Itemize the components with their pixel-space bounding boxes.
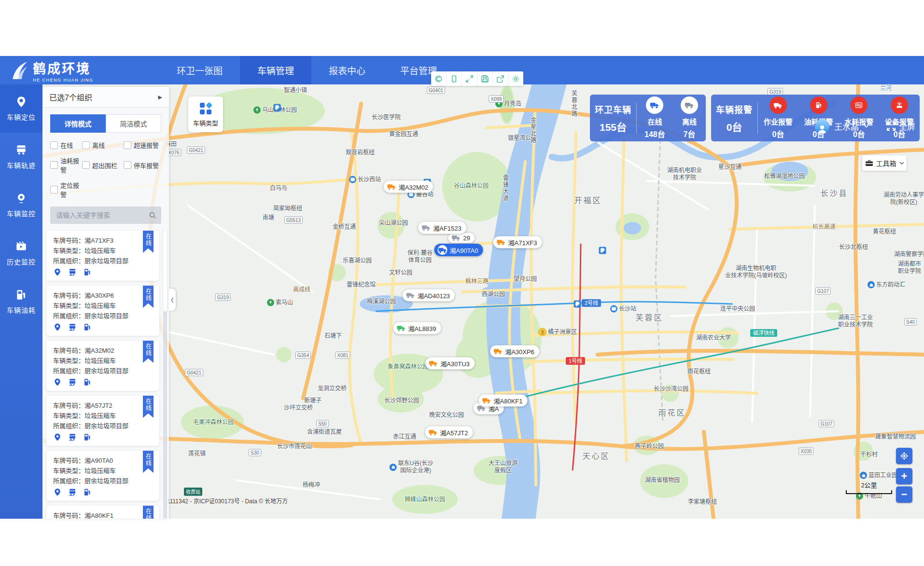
nav-item-1[interactable]: 车辆管理 — [240, 56, 311, 84]
mode-tab-1[interactable]: 简洁模式 — [106, 114, 161, 133]
fullscreen-button[interactable]: 全屏 — [886, 120, 915, 132]
zoom-in-button[interactable]: + — [896, 468, 912, 484]
alarm-stats-title: 车辆报警 — [716, 103, 753, 115]
toolbox-button[interactable]: 工具箱 — [862, 155, 907, 171]
metro-icon: M — [610, 305, 617, 313]
nav-item-2[interactable]: 报表中心 — [311, 56, 383, 84]
checkbox-icon[interactable] — [50, 186, 58, 193]
truck-icon — [437, 245, 447, 255]
map-label: 湖南省植物园 — [645, 477, 680, 484]
vehicle-marker-湘AL8839[interactable]: 湘AL8839 — [393, 322, 441, 334]
vehicle-marker-湘A32M02[interactable]: 湘A32M02 — [384, 181, 433, 193]
fuel-vehicle-icon[interactable] — [83, 323, 92, 331]
org-selector[interactable]: 已选7个组织 ▶ — [42, 87, 169, 108]
vehicle-marker-湘A30TU3[interactable]: 湘A30TU3 — [425, 358, 475, 370]
org-value: 厨余垃圾项目部 — [84, 422, 128, 429]
export-icon[interactable] — [493, 71, 508, 86]
filter-定位报警[interactable]: 定位报警 — [50, 180, 82, 199]
track-vehicle-icon[interactable] — [68, 488, 77, 497]
map-label: 天心区 — [582, 453, 610, 460]
fuel-vehicle-icon[interactable] — [83, 433, 92, 442]
plate-label: 车牌号码 — [53, 292, 78, 299]
vehicle-card[interactable]: 车牌号码：湘A90TA0 车辆类型：垃圾压缩车 所属组织：厨余垃圾项目部 在线 — [46, 451, 159, 501]
vehicle-marker-湘A30XP6[interactable]: 湘A30XP6 — [490, 345, 539, 358]
map-label: M长沙西站 — [349, 176, 381, 183]
org-value: 厨余垃圾项目部 — [84, 312, 128, 319]
vehicle-card[interactable]: 车牌号码：湘A57JT2 车辆类型：垃圾压缩车 所属组织：厨余垃圾项目部 在线 — [46, 396, 159, 446]
filter-离线[interactable]: 离线 — [82, 140, 124, 150]
filter-油耗报警[interactable]: 油耗报警 — [50, 156, 82, 174]
filter-超出围栏[interactable]: 超出围栏 — [82, 156, 124, 174]
mode-tab-0[interactable]: 详情模式 — [50, 114, 106, 133]
user-chevron-down-icon[interactable] — [864, 124, 869, 128]
map-label: 兰河 — [880, 85, 892, 92]
mobile-icon[interactable] — [447, 71, 462, 86]
track-vehicle-icon[interactable] — [68, 378, 77, 387]
nav-item-0[interactable]: 环卫一张图 — [159, 56, 240, 84]
search-input[interactable] — [55, 211, 145, 220]
vehicle-marker-湘A80KF1[interactable]: 湘A80KF1 — [479, 395, 528, 407]
map-label: 雷锋大道 — [502, 175, 509, 202]
sidebar-item-车辆监控[interactable]: 车辆监控 — [0, 181, 42, 229]
vehicle-marker-湘A57JT2[interactable]: 湘A57JT2 — [425, 427, 473, 439]
map-label: 杨梅冲 — [303, 482, 320, 489]
alarm-stats-count: 0台 — [727, 119, 742, 134]
vehicle-marker-湘A71XF3[interactable]: 湘A71XF3 — [493, 236, 542, 248]
sidebar-item-车辆轨迹[interactable]: 车辆轨迹 — [0, 133, 42, 181]
checkbox-icon[interactable] — [50, 141, 58, 149]
filter-在线[interactable]: 在线 — [50, 140, 82, 150]
fuel-vehicle-icon[interactable] — [83, 378, 92, 387]
panel-collapse-handle[interactable]: ❮ — [169, 289, 176, 311]
map-label: 芙蓉北路 — [570, 90, 577, 117]
checkbox-icon[interactable] — [82, 141, 90, 149]
locate-button[interactable] — [896, 448, 912, 464]
sidebar-item-车辆油耗[interactable]: 车辆油耗 — [0, 277, 42, 326]
track-vehicle-icon[interactable] — [68, 268, 77, 276]
locate-vehicle-icon[interactable] — [53, 433, 62, 442]
sidebar-item-历史监控[interactable]: 历史监控 — [0, 229, 42, 277]
plate-label: 车牌号码 — [53, 457, 78, 464]
filter-停车报警[interactable]: 停车报警 — [124, 156, 169, 174]
vehicle-card[interactable]: 车牌号码：湘A71XF3 车辆类型：垃圾压缩车 所属组织：厨余垃圾项目部 在线 — [46, 231, 159, 281]
panel-scrollbar-thumb[interactable] — [163, 230, 167, 312]
checkbox-icon[interactable] — [50, 161, 58, 169]
track-vehicle-icon[interactable] — [68, 433, 77, 442]
org-label: 所属组织 — [53, 477, 78, 484]
vehicle-card[interactable]: 车牌号码：湘A80KF1 车辆类型：垃圾压缩车 所属组织：厨余垃圾项目部 在线 — [46, 506, 159, 519]
checkbox-icon[interactable] — [82, 161, 90, 169]
vehicle-marker-湘AF1523[interactable]: 湘AF1523 — [418, 222, 466, 234]
save-icon[interactable] — [477, 71, 493, 86]
checkbox-icon[interactable] — [124, 161, 131, 169]
expand-icon[interactable] — [462, 71, 477, 86]
panel-scrollbar[interactable] — [163, 230, 167, 519]
user-avatar[interactable] — [815, 119, 829, 134]
vehicle-type-button[interactable]: 车辆类型 — [188, 97, 223, 132]
search-icon[interactable] — [149, 211, 156, 219]
fuel-vehicle-icon[interactable] — [83, 268, 92, 276]
fuel-vehicle-icon[interactable] — [83, 488, 92, 497]
locate-vehicle-icon[interactable] — [53, 378, 62, 387]
transit-line-pill: 磁浮快线 — [750, 329, 777, 337]
filter-超速报警[interactable]: 超速报警 — [124, 140, 169, 150]
org-expand-icon[interactable]: ▶ — [158, 94, 162, 100]
track-vehicle-icon[interactable] — [68, 323, 77, 331]
transit-line-pill: 1号线 — [566, 357, 585, 365]
vehicle-card[interactable]: 车牌号码：湘A30XP6 车辆类型：垃圾压缩车 所属组织：厨余垃圾项目部 在线 — [46, 286, 159, 336]
vehicle-marker-湘A90TA0[interactable]: 湘A90TA0 — [434, 244, 483, 256]
map-label: 开福区 — [574, 197, 602, 204]
vehicle-marker-29[interactable]: 29 — [448, 233, 475, 243]
locate-vehicle-icon[interactable] — [53, 323, 62, 331]
user-name[interactable]: 王水晶 — [834, 120, 859, 132]
measure-icon[interactable] — [431, 71, 447, 86]
checkbox-icon[interactable] — [124, 141, 131, 149]
vehicle-card[interactable]: 车牌号码：湘A32M02 车辆类型：垃圾压缩车 所属组织：厨余垃圾项目部 在线 — [46, 341, 159, 391]
locate-vehicle-icon[interactable] — [53, 488, 62, 497]
vehicle-marker-湘AD40123[interactable]: 湘AD40123 — [403, 290, 455, 302]
sidebar-item-车辆定位[interactable]: 车辆定位 — [0, 84, 42, 133]
locate-vehicle-icon[interactable] — [53, 268, 62, 276]
map-scale-label: 2公里 — [846, 480, 892, 489]
zoom-out-button[interactable]: − — [896, 486, 912, 503]
settings-icon[interactable] — [508, 71, 523, 86]
alarm-device-icon — [891, 97, 908, 114]
map-label: 湖南都市 职业学院 — [898, 261, 921, 275]
